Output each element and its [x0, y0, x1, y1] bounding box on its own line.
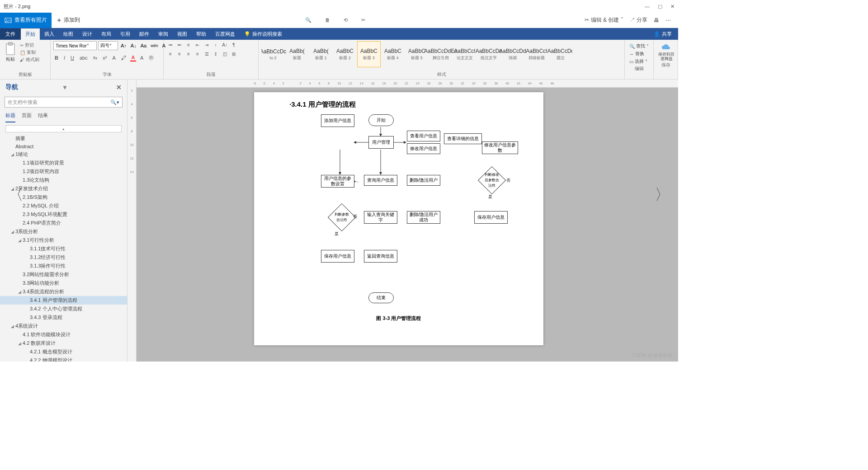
- tree-node[interactable]: 摘要: [0, 134, 127, 143]
- maximize-icon[interactable]: ▢: [658, 4, 662, 9]
- share-button[interactable]: ↗ 分享: [630, 16, 647, 24]
- minimize-icon[interactable]: —: [645, 4, 650, 9]
- style-item[interactable]: AaBbC标题 2: [333, 41, 357, 67]
- rotate-icon[interactable]: ⟲: [344, 17, 348, 23]
- tab-insert[interactable]: 插入: [40, 28, 59, 40]
- phonetic-icon[interactable]: wén: [149, 43, 160, 48]
- tab-layout[interactable]: 布局: [97, 28, 116, 40]
- nav-tab-results[interactable]: 结果: [38, 112, 48, 122]
- tree-node[interactable]: ◢4系统设计: [0, 322, 127, 330]
- tree-node[interactable]: 2.3 MySQL环境配置: [0, 210, 127, 219]
- tree-node[interactable]: ◢4.2 数据库设计: [0, 339, 127, 348]
- distribute-icon[interactable]: ☰: [203, 50, 211, 57]
- tab-view[interactable]: 视图: [173, 28, 192, 40]
- text-effects-icon[interactable]: A: [111, 55, 117, 61]
- replace-button[interactable]: ↔ 替换: [629, 51, 649, 57]
- superscript-button[interactable]: x²: [101, 55, 108, 61]
- nav-tab-pages[interactable]: 页面: [22, 112, 32, 122]
- tree-node[interactable]: 2.4 PHP语言简介: [0, 219, 127, 227]
- sort-icon[interactable]: ↕: [212, 41, 220, 48]
- style-item[interactable]: AaBbCcDc批注文字: [477, 41, 500, 67]
- style-item[interactable]: AaBb(标题 1: [309, 41, 333, 67]
- tree-node[interactable]: 3.2网站性能需求分析: [0, 270, 127, 279]
- nav-tab-headings[interactable]: 标题: [5, 112, 15, 122]
- edit-create-button[interactable]: ✂ 编辑 & 创建 ˅: [585, 16, 623, 24]
- style-item[interactable]: AaBbCcDc题注: [549, 41, 572, 67]
- style-item[interactable]: AaBbC标题 4: [381, 41, 405, 67]
- strike-button[interactable]: abc: [78, 55, 89, 61]
- tab-draw[interactable]: 绘图: [59, 28, 78, 40]
- save-to-cloud-button[interactable]: 保存到百度网盘: [656, 41, 676, 61]
- tree-node[interactable]: Abstract: [0, 143, 127, 150]
- tree-node[interactable]: 4.2.1 概念模型设计: [0, 348, 127, 356]
- tree-node[interactable]: 3.4.3 登录流程: [0, 313, 127, 322]
- style-item[interactable]: AaBbC标题 3: [357, 41, 381, 67]
- tree-node[interactable]: 3.1.2经济可行性: [0, 253, 127, 262]
- tree-node[interactable]: ◢3.4系统流程的分析: [0, 287, 127, 296]
- change-case-icon[interactable]: Aa: [139, 42, 148, 49]
- bold-button[interactable]: B: [53, 55, 60, 61]
- align-left-icon[interactable]: ≡: [166, 50, 175, 57]
- delete-icon[interactable]: 🗑: [325, 17, 330, 23]
- tree-node[interactable]: 3.4.1 用户管理的流程: [0, 296, 127, 305]
- shading-icon[interactable]: ◫: [221, 50, 229, 57]
- view-all-photos-button[interactable]: 查看所有照片: [0, 13, 52, 28]
- find-button[interactable]: 🔍 查找 ˅: [629, 43, 649, 49]
- styles-gallery[interactable]: AaBbCcDctu 2AaBb(标题AaBb(标题 1AaBbC标题 2AaB…: [261, 41, 572, 67]
- style-item[interactable]: AaBb(标题: [285, 41, 309, 67]
- tree-node[interactable]: ◢1绪论: [0, 150, 127, 159]
- numbering-icon[interactable]: ≕: [175, 41, 184, 48]
- borders-icon[interactable]: ⊞: [230, 50, 238, 57]
- style-item[interactable]: AaBbCcDd强调: [501, 41, 524, 67]
- add-to-button[interactable]: + 添加到: [52, 16, 85, 24]
- tell-me-search[interactable]: 💡 操作说明搜索: [240, 28, 287, 40]
- nav-dropdown-icon[interactable]: ▾: [63, 84, 66, 91]
- tree-node[interactable]: ◢3系统分析: [0, 227, 127, 236]
- grow-font-icon[interactable]: A↑: [119, 42, 128, 49]
- cut-button[interactable]: ✂ 剪切: [20, 42, 39, 48]
- tree-node[interactable]: 1.2项目研究内容: [0, 167, 127, 176]
- tab-mail[interactable]: 邮件: [135, 28, 154, 40]
- tab-home[interactable]: 开始: [21, 28, 40, 40]
- line-spacing-icon[interactable]: ‡: [212, 50, 220, 57]
- underline-button[interactable]: U: [69, 55, 75, 61]
- tree-node[interactable]: 1.1项目研究的背景: [0, 159, 127, 167]
- format-painter-button[interactable]: 🖌 格式刷: [20, 56, 39, 63]
- crop-icon[interactable]: ✂: [361, 17, 365, 23]
- tree-node[interactable]: 4.2.2 物理模型设计: [0, 356, 127, 362]
- char-shading-icon[interactable]: A: [139, 55, 145, 61]
- prev-photo-arrow[interactable]: 〈: [8, 184, 24, 205]
- enclose-char-icon[interactable]: ㊕: [147, 54, 155, 61]
- tree-node[interactable]: 3.1.1技术可行性: [0, 244, 127, 253]
- tree-node[interactable]: ◢3.1可行性分析: [0, 236, 127, 244]
- tab-references[interactable]: 引用: [116, 28, 135, 40]
- style-item[interactable]: AaBbC标题 5: [405, 41, 429, 67]
- highlight-icon[interactable]: 🖍: [120, 55, 127, 61]
- tab-help[interactable]: 帮助: [192, 28, 211, 40]
- share-button-word[interactable]: 👤 共享: [647, 28, 678, 40]
- document-area[interactable]: ·3.4.1 用户管理的流程 开始: [137, 88, 678, 362]
- nav-expand-all[interactable]: ▴: [5, 125, 122, 132]
- tab-design[interactable]: 设计: [78, 28, 97, 40]
- font-color-icon[interactable]: A: [130, 54, 136, 61]
- italic-button[interactable]: I: [62, 55, 66, 61]
- nav-close-icon[interactable]: ✕: [116, 84, 122, 91]
- tree-node[interactable]: 3.4.2 个人中心管理流程: [0, 305, 127, 313]
- style-item[interactable]: AaBbCcI论文正文: [453, 41, 476, 67]
- show-marks-icon[interactable]: ¶: [230, 41, 238, 48]
- select-button[interactable]: ▭ 选择 ˅: [629, 58, 649, 65]
- bullets-icon[interactable]: ≔: [166, 41, 175, 48]
- shrink-font-icon[interactable]: A↓: [129, 42, 138, 49]
- indent-dec-icon[interactable]: ⇤: [193, 41, 202, 48]
- print-icon[interactable]: 🖶: [654, 17, 659, 24]
- align-right-icon[interactable]: ≡: [184, 50, 193, 57]
- style-item[interactable]: AaBbCcDctu 2: [261, 41, 285, 67]
- indent-inc-icon[interactable]: ⇥: [203, 41, 211, 48]
- tree-node[interactable]: 3.3网站功能分析: [0, 279, 127, 287]
- font-name-select[interactable]: Times New Ror ˅: [53, 41, 97, 50]
- tab-review[interactable]: 审阅: [154, 28, 173, 40]
- tree-node[interactable]: 1.3论文结构: [0, 176, 127, 184]
- font-size-select[interactable]: 四号 ˅: [98, 41, 118, 50]
- tab-file[interactable]: 文件: [0, 28, 21, 40]
- copy-button[interactable]: 📋 复制: [20, 49, 39, 56]
